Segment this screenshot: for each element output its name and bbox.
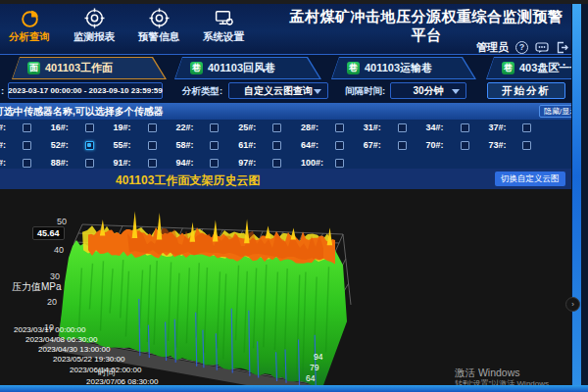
sensor-label[interactable]: 16#:	[51, 122, 80, 132]
sensor-cell: 85#:	[0, 156, 51, 169]
nav-item-warning-info[interactable]: 预警信息	[133, 8, 184, 44]
sensor-label[interactable]: 100#:	[301, 158, 330, 168]
sensor-checkbox[interactable]	[210, 159, 219, 168]
sensor-label[interactable]: 70#:	[426, 140, 456, 150]
date-range-input[interactable]: 2023-03-17 00:00:00 - 2023-09-10 23:59:5…	[8, 82, 163, 99]
main-nav: 分析查询 监测报表 预警信息	[4, 8, 249, 44]
sensor-cell: 25#:	[238, 121, 301, 134]
sensor-label[interactable]: 88#:	[51, 158, 80, 168]
sensor-checkbox[interactable]	[148, 123, 157, 132]
sensor-checkbox[interactable]	[85, 141, 94, 150]
sensor-label[interactable]: 55#:	[114, 140, 143, 150]
sensor-checkbox[interactable]	[148, 159, 157, 168]
analysis-type-select[interactable]: 自定义云图查询	[228, 82, 328, 99]
sensor-label[interactable]: 19#:	[114, 122, 143, 132]
analysis-type-label: 分析类型:	[182, 85, 222, 98]
analysis-type-value: 自定义云图查询	[244, 84, 313, 98]
interval-select[interactable]: 30分钟	[390, 82, 466, 99]
sensor-axis-tick: 79	[310, 363, 318, 372]
sensor-checkbox[interactable]	[335, 123, 344, 132]
sensor-checkbox[interactable]	[272, 123, 281, 132]
browser-top-strip	[0, 0, 588, 4]
tab-401103-return-airway[interactable]: 巷 401103回风巷	[174, 57, 321, 79]
sensor-label[interactable]: 91#:	[114, 158, 143, 168]
sensor-cell: 22#:	[175, 121, 238, 134]
nav-item-analysis-query[interactable]: 分析查询	[4, 8, 55, 44]
more-tabs-icon[interactable]: ···	[552, 57, 567, 72]
sensor-cell: 37#:	[488, 121, 551, 134]
pressure-cloud-chart[interactable]: 激活 Windows 转到“设置”以激活 Windows。 5040302010…	[0, 189, 571, 385]
sensor-label[interactable]: 61#:	[238, 140, 268, 150]
sensor-cell: 13#:	[0, 121, 51, 134]
sensor-checkbox[interactable]	[398, 141, 407, 150]
sensor-label[interactable]: 58#:	[175, 140, 205, 150]
tab-label: 401103工作面	[45, 61, 113, 75]
sensor-checkbox[interactable]	[210, 123, 219, 132]
collapse-handle-icon[interactable]: ›	[565, 297, 580, 312]
sensor-cell: 91#:	[114, 156, 176, 169]
logout-icon[interactable]	[556, 41, 568, 54]
nav-label: 系统设置	[203, 30, 244, 44]
sensor-cell: 52#:	[51, 138, 114, 152]
sensor-label[interactable]: 52#:	[51, 140, 80, 150]
sensor-checkbox[interactable]	[461, 123, 469, 132]
time-axis-tick: 2023/05/22 19:30:00	[53, 355, 124, 364]
z-axis-tick: 20	[47, 297, 57, 307]
sensor-checkbox[interactable]	[461, 141, 469, 150]
sensor-checkbox[interactable]	[335, 141, 344, 150]
tab-401103-transport-roadway[interactable]: 巷 401103运输巷	[331, 57, 476, 79]
sensor-checkbox[interactable]	[335, 159, 344, 168]
tab-401103-workface[interactable]: 面 401103工作面	[12, 57, 167, 79]
nav-item-monitor-report[interactable]: 监测报表	[69, 8, 120, 44]
sensor-label[interactable]: 22#:	[175, 122, 205, 132]
sensor-label[interactable]: 28#:	[301, 122, 330, 132]
sensor-checkbox[interactable]	[272, 141, 281, 150]
sensor-cell: 94#:	[175, 156, 238, 169]
page-title: 孟村煤矿冲击地压分源权重综合监测预警平台	[284, 8, 568, 45]
sensor-label[interactable]: 13#:	[0, 122, 18, 132]
sensor-row: 13#:16#:19#:22#:25#:28#:31#:34#:37#:	[0, 121, 588, 134]
clipped-filter-label: :	[1, 85, 4, 96]
help-icon[interactable]: ?	[515, 41, 528, 54]
sensor-checkbox[interactable]	[23, 123, 31, 132]
sensor-label[interactable]: 85#:	[0, 158, 18, 168]
sensor-checkbox[interactable]	[522, 141, 531, 150]
start-analysis-button[interactable]: 开始分析	[487, 82, 565, 99]
sensor-cell: 61#:	[238, 138, 301, 152]
sensor-checkbox[interactable]	[85, 123, 94, 132]
sensor-checkbox[interactable]	[272, 159, 281, 168]
sensor-cell: 97#:	[238, 156, 301, 169]
sensor-checkbox[interactable]	[398, 123, 407, 132]
sensor-label[interactable]: 73#:	[488, 140, 517, 150]
sensor-label[interactable]: 34#:	[426, 122, 456, 132]
sensor-label[interactable]: 94#:	[175, 158, 205, 168]
chevron-down-icon	[452, 89, 460, 94]
message-icon[interactable]	[535, 42, 549, 54]
sensor-cell: 31#:	[364, 121, 426, 134]
nav-label: 监测报表	[74, 30, 115, 44]
cloud-chart-title-bar: 401103工作面支架历史云图 切换自定义云图	[0, 169, 588, 189]
sensor-checkbox[interactable]	[85, 159, 94, 168]
sensor-label[interactable]: 31#:	[364, 122, 393, 132]
scrollbar[interactable]	[572, 0, 581, 392]
sensor-cell: 67#:	[364, 138, 426, 152]
sensor-label[interactable]: 97#:	[238, 158, 268, 168]
sensor-checkbox[interactable]	[522, 123, 531, 132]
sensor-checkbox[interactable]	[210, 141, 219, 150]
time-axis-tick: 2023/04/08 06:30:00	[25, 335, 97, 344]
sensor-checkbox[interactable]	[148, 141, 157, 150]
sensor-label[interactable]: 25#:	[238, 122, 268, 132]
sensor-checkbox[interactable]	[23, 159, 31, 168]
sensor-cell: 34#:	[426, 121, 489, 134]
nav-item-system-settings[interactable]: 系统设置	[198, 8, 249, 44]
sensor-label[interactable]: 37#:	[488, 122, 517, 132]
interval-label: 间隔时间:	[345, 85, 385, 98]
switch-custom-cloud-button[interactable]: 切换自定义云图	[495, 172, 565, 186]
time-axis-tick: 2023/07/06 08:30:00	[86, 377, 158, 385]
sensor-label[interactable]: 49#:	[0, 140, 18, 150]
sensor-checkbox[interactable]	[23, 141, 31, 150]
sensor-label[interactable]: 64#:	[301, 140, 330, 150]
sensor-hint-text: 可选中传感器名称,可以选择多个传感器	[0, 105, 164, 119]
time-axis-title: 时间	[98, 367, 116, 379]
sensor-label[interactable]: 67#:	[364, 140, 393, 150]
